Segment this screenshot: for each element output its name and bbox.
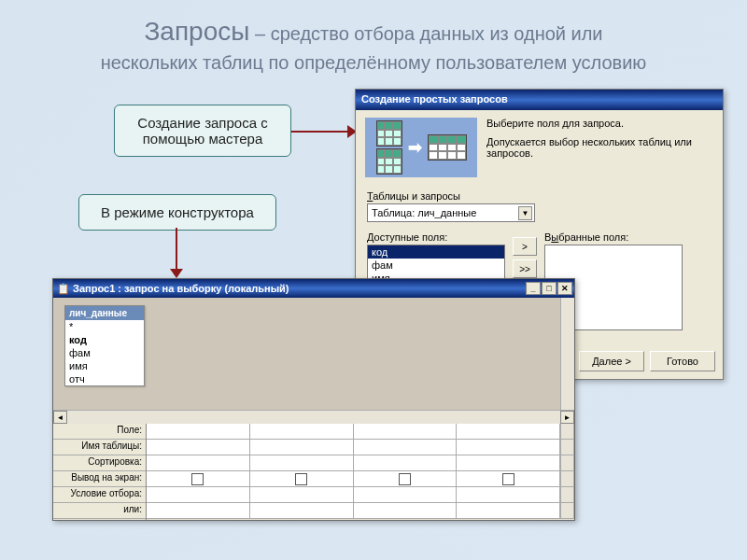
grid-cell[interactable] (250, 440, 354, 455)
grid-cell[interactable] (457, 487, 560, 503)
maximize-icon[interactable]: □ (542, 282, 557, 295)
combo-value: Таблица: лич_данные (372, 207, 476, 218)
wizard-title: Создание простых запросов (361, 93, 508, 106)
grid-label: Имя таблицы: (53, 440, 146, 455)
query-title: Запрос1 : запрос на выборку (локальный) (73, 283, 289, 294)
wizard-graphic-icon: ➡ (365, 118, 477, 177)
grid-cell[interactable] (250, 424, 354, 440)
query-window: 📋 Запрос1 : запрос на выборку (локальный… (52, 278, 575, 521)
query-upper-pane: лич_данные * код фам имя отч (53, 298, 574, 410)
wizard-instructions: Выберите поля для запроса. Допускается в… (477, 118, 713, 177)
grid-cell[interactable] (354, 440, 458, 455)
list-item[interactable]: фам (368, 259, 504, 272)
grid-label: Поле: (53, 424, 146, 440)
grid-cell[interactable] (354, 455, 458, 471)
grid-cell[interactable] (354, 424, 458, 440)
grid-label: Условие отбора: (53, 487, 146, 503)
grid-cell[interactable] (147, 487, 250, 503)
grid-cell[interactable] (354, 487, 458, 503)
arrow-to-constructor (176, 228, 177, 273)
title-big: Запросы (144, 17, 249, 46)
grid-cell[interactable] (250, 503, 354, 519)
available-fields-label: Доступные поля: (367, 231, 505, 243)
grid-cell[interactable] (457, 424, 560, 440)
show-checkbox[interactable] (354, 471, 458, 487)
grid-label: Вывод на экран: (53, 471, 146, 487)
arrow-to-wizard (291, 131, 351, 133)
grid-cell[interactable] (457, 440, 560, 455)
chevron-down-icon[interactable]: ▼ (518, 206, 532, 220)
scroll-left-icon[interactable]: ◄ (53, 411, 67, 424)
wizard-header: ➡ Выберите поля для запроса. Допускается… (356, 110, 723, 185)
grid-cell[interactable] (147, 455, 250, 471)
close-icon[interactable]: ✕ (557, 282, 572, 295)
page-title: Запросы – средство отбора данных из одно… (0, 13, 747, 76)
table-box-header: лич_данные (65, 306, 144, 320)
arrow-head-icon (170, 269, 183, 278)
selected-fields-label: Выбранные поля: (544, 231, 683, 243)
finish-button[interactable]: Готово (650, 351, 715, 371)
table-field[interactable]: * (65, 320, 144, 333)
grid-cell[interactable] (250, 455, 354, 471)
add-field-button[interactable]: > (513, 237, 537, 256)
table-box[interactable]: лич_данные * код фам имя отч (64, 305, 145, 386)
callout-constructor: В режиме конструктора (78, 194, 276, 231)
add-all-button[interactable]: >> (513, 259, 537, 278)
query-grid: Поле: Имя таблицы: Сортировка: Вывод на … (53, 424, 574, 520)
list-item[interactable]: код (368, 245, 504, 259)
next-button[interactable]: Далее > (579, 351, 644, 371)
grid-label: Сортировка: (53, 455, 146, 471)
grid-label: или: (53, 503, 146, 519)
scrollbar-v[interactable] (560, 424, 574, 440)
grid-cell[interactable] (354, 503, 458, 519)
show-checkbox[interactable] (147, 471, 250, 487)
tables-label: Таблицы и запросы (367, 190, 712, 202)
scroll-right-icon[interactable]: ► (560, 411, 574, 424)
grid-cell[interactable] (457, 455, 560, 471)
grid-cell[interactable] (147, 424, 250, 440)
grid-cell[interactable] (147, 440, 250, 455)
tables-combo[interactable]: Таблица: лич_данные ▼ (367, 203, 535, 222)
grid-cell[interactable] (147, 503, 250, 519)
scrollbar-vertical[interactable] (560, 298, 574, 410)
show-checkbox[interactable] (457, 471, 560, 487)
table-field[interactable]: фам (65, 346, 144, 359)
show-checkbox[interactable] (250, 471, 354, 487)
table-field[interactable]: отч (65, 372, 144, 385)
callout-wizard: Создание запроса с помощью мастера (114, 105, 291, 157)
wizard-titlebar: Создание простых запросов (356, 90, 723, 110)
query-titlebar: 📋 Запрос1 : запрос на выборку (локальный… (53, 279, 574, 298)
grid-cell[interactable] (457, 503, 560, 519)
table-field[interactable]: имя (65, 359, 144, 372)
minimize-icon[interactable]: _ (526, 282, 541, 295)
scrollbar-horizontal[interactable]: ◄ ► (53, 410, 574, 424)
grid-cell[interactable] (250, 487, 354, 503)
table-field[interactable]: код (65, 333, 144, 346)
